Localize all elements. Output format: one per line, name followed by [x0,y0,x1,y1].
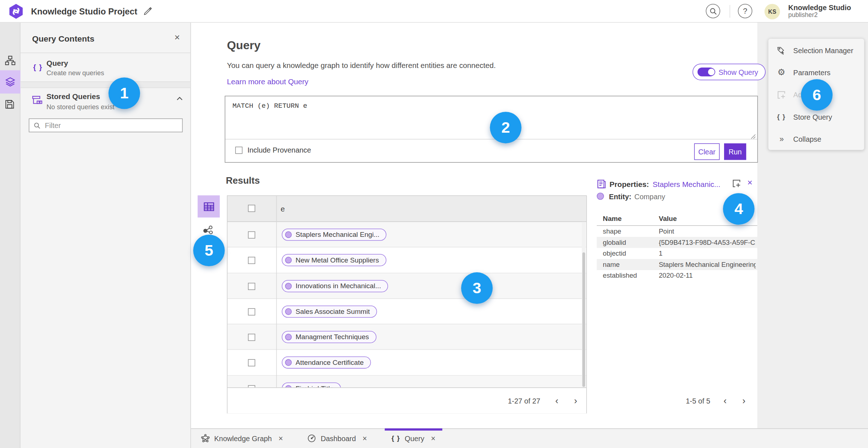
resize-handle-icon[interactable] [751,134,756,139]
properties-icon [597,179,606,189]
bottom-tab-bar: Knowledge Graph×Dashboard×{ }Query× [191,428,868,448]
menu-item-label: Store Query [793,112,832,121]
chevron-up-icon[interactable] [176,95,183,102]
include-provenance-checkbox[interactable] [235,147,243,154]
entity-pill[interactable]: Sales Associate Summit [282,306,377,318]
row-checkbox[interactable] [248,359,255,367]
entity-pill-label: New Metal Office Suppliers [295,256,379,264]
close-panel-icon[interactable]: × [174,32,180,43]
schema-sitemap-icon[interactable] [5,55,16,66]
prev-page-icon[interactable]: ‹ [555,396,558,406]
tab-strip: Knowledge Graph×Dashboard×{ }Query× [191,429,868,448]
sidebar-item-stored-queries[interactable]: Stored Queries No stored queries exist [21,89,191,120]
table-row[interactable]: New Metal Office Suppliers [227,248,586,273]
table-row[interactable]: Sales Associate Summit [227,299,586,324]
show-query-label: Show Query [719,68,758,76]
prop-prev-page-icon[interactable]: ‹ [724,396,727,406]
braces-dark-icon: { } [391,434,400,443]
property-value: 1 [659,249,662,257]
annotation-badge-6: 6 [801,79,833,111]
properties-entity-link[interactable]: Staplers Mechanic... [653,180,720,189]
avatar[interactable]: KS [765,4,780,20]
help-button[interactable]: ? [738,4,752,18]
entity-dot-icon [285,283,292,289]
entity-pill[interactable]: Staplers Mechanical Engi... [282,229,387,241]
prop-next-page-icon[interactable]: › [743,396,746,406]
prop-col-value: Value [659,215,677,222]
close-tab-icon[interactable]: × [278,434,283,443]
scrollbar-thumb[interactable] [582,252,585,387]
tab-query[interactable]: { }Query× [385,429,442,448]
annotation-badge-3: 3 [461,272,493,304]
save-icon[interactable] [5,100,16,110]
collapse-icon: » [776,134,786,144]
search-icon [709,8,716,15]
menu-item-selection-manager[interactable]: Selection Manager [768,39,864,61]
entity-pill-label: Attendance Certificate [295,359,363,367]
add-to-selection-icon[interactable] [732,179,741,188]
learn-more-link[interactable]: Learn more about Query [227,77,309,86]
table-row[interactable]: Innovations in Mechanical... [227,273,586,299]
menu-item-label: Collapse [793,135,821,143]
close-properties-icon[interactable]: × [747,178,752,188]
filter-input[interactable] [45,121,178,129]
query-item-subtitle: Create new queries [47,69,104,77]
clear-button[interactable]: Clear [694,143,719,160]
include-provenance-label: Include Provenance [247,146,311,154]
edit-title-icon[interactable] [144,7,153,16]
include-provenance-option[interactable]: Include Provenance [235,146,311,154]
show-query-toggle[interactable]: Show Query [693,64,765,80]
panel-title: Query Contents [32,34,94,43]
results-rows: Staplers Mechanical Engi...New Metal Off… [227,222,586,388]
entity-pill-label: Sales Associate Summit [295,308,370,315]
filter-field [29,119,183,132]
entity-pill[interactable]: Firebird Title [282,382,341,387]
layers-icon[interactable] [5,76,16,87]
entity-pill[interactable]: New Metal Office Suppliers [282,254,386,266]
entity-pill[interactable]: Managment Techniques [282,331,376,344]
row-checkbox[interactable] [248,231,255,239]
row-checkbox[interactable] [248,257,255,264]
table-row[interactable]: Managment Techniques [227,324,586,350]
close-tab-icon[interactable]: × [362,434,367,443]
app-logo-icon[interactable] [8,3,24,19]
select-all-checkbox[interactable] [248,205,255,212]
annotation-badge-1: 1 [109,77,140,109]
property-name: name [603,261,620,268]
entity-pill-label: Innovations in Mechanical... [295,282,381,290]
stored-queries-subtitle: No stored queries exist [47,103,115,111]
next-page-icon[interactable]: › [574,396,577,406]
table-row[interactable]: Firebird Title [227,376,586,387]
user-role: publisher2 [788,12,818,18]
table-row[interactable]: Staplers Mechanical Engi... [227,222,586,248]
row-checkbox[interactable] [248,308,255,315]
sidebar-item-query[interactable]: { } Query Create new queries [21,53,191,81]
table-view-button[interactable] [197,195,220,217]
search-button[interactable] [706,4,720,18]
section-gap [21,81,191,88]
project-title: Knowledge Studio Project [31,0,137,23]
entity-pill[interactable]: Attendance Certificate [282,357,371,369]
gauge-icon [307,434,316,443]
property-row: nameStaplers Mechanical Engineering [597,259,757,270]
close-tab-icon[interactable]: × [431,434,436,443]
table-row[interactable]: Attendance Certificate [227,350,586,376]
table-icon [203,201,214,212]
row-checkbox[interactable] [248,334,255,341]
tab-knowledge-graph[interactable]: Knowledge Graph× [194,429,290,448]
results-scrollbar[interactable] [582,222,586,388]
menu-item-collapse[interactable]: »Collapse [768,128,864,150]
graph-icon [201,434,210,443]
results-table: e Staplers Mechanical Engi...New Metal O… [227,195,587,413]
tab-dashboard[interactable]: Dashboard× [301,429,374,448]
menu-item-label: Parameters [793,68,830,77]
row-checkbox[interactable] [248,283,255,290]
run-button[interactable]: Run [724,143,746,160]
selection-manager-icon [776,46,786,55]
property-value: {5D9B4713-F98D-4A53-A59F-C11... [659,239,756,246]
property-row: established2020-02-11 [597,270,757,281]
entity-pill[interactable]: Innovations in Mechanical... [282,280,388,292]
braces-icon: { } [776,112,786,121]
entity-value: Company [634,193,665,201]
entity-dot-icon [285,257,292,264]
